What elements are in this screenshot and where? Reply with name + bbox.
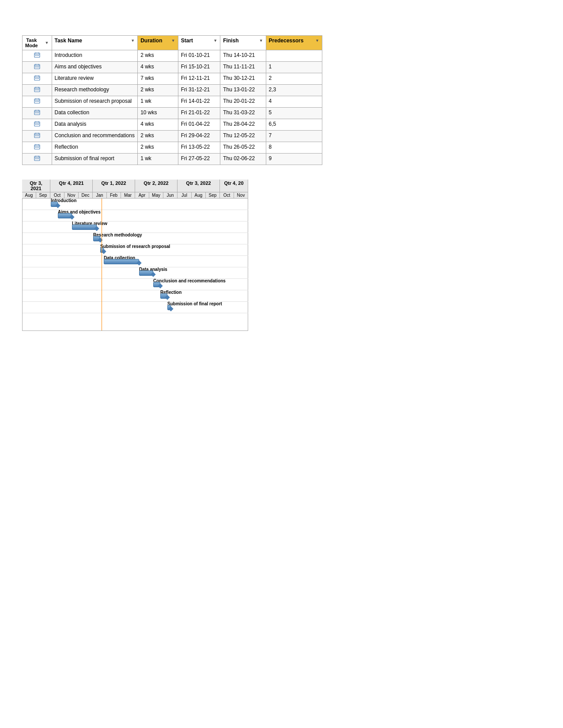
gantt-task-bar [104,259,139,264]
task-duration-cell: 4 wks [138,62,178,73]
month-cell: Nov [64,192,79,198]
task-finish-cell: Thu 26-05-22 [220,142,266,154]
today-line [102,199,102,330]
gantt-task-bar [72,225,97,230]
svg-rect-5 [37,55,38,56]
svg-rect-62 [38,147,39,148]
schedule-icon [34,75,40,81]
task-name-cell: Conclusion and recommendations [52,131,138,142]
task-finish-cell: Thu 30-12-21 [220,73,266,85]
task-finish-cell: Thu 11-11-21 [220,62,266,73]
month-cell: Oct [50,192,64,198]
month-cell: Jun [163,192,178,198]
task-mode-cell [23,85,52,96]
svg-rect-18 [35,78,36,79]
task-predecessors-cell: 6,5 [266,119,322,131]
schedule-icon [34,132,40,139]
task-start-cell: Fri 21-01-22 [178,108,220,119]
month-cell: Aug [192,192,206,198]
month-cell: Mar [121,192,135,198]
svg-rect-4 [35,55,36,56]
table-row: Research methodology2 wksFri 31-12-21Thu… [23,85,322,96]
svg-rect-19 [37,78,38,79]
svg-rect-48 [38,124,39,125]
gantt-table: TaskMode ▼ Task Name ▼ Duration ▼ [22,35,322,165]
quarter-cell: Qtr 3, 2021 [22,180,50,192]
gantt-task-row: Data collection [23,256,248,267]
gantt-task-row: Research methodology [23,233,248,244]
schedule-icon [34,144,40,150]
month-cell: Sep [36,192,50,198]
svg-rect-47 [37,124,38,125]
task-finish-cell: Thu 02-06-22 [220,154,266,165]
svg-rect-33 [37,101,38,102]
schedule-icon [34,155,40,161]
quarter-cell: Qtr 4, 20 [220,180,248,192]
month-cell: Dec [79,192,93,198]
task-mode-cell [23,131,52,142]
svg-rect-25 [35,90,36,90]
col-header-finish[interactable]: Finish ▼ [220,36,266,50]
table-row: Submission of final report1 wkFri 27-05-… [23,154,322,165]
task-name-cell: Introduction [52,50,138,62]
col-header-duration[interactable]: Duration ▼ [138,36,178,50]
gantt-months-row: AugSepOctNovDecJanFebMarAprMayJunJulAugS… [22,192,248,199]
schedule-icon [34,52,40,58]
col-header-task-mode[interactable]: TaskMode ▼ [23,36,52,50]
month-cell: Sep [206,192,220,198]
gantt-task-row: Submission of research proposal [23,244,248,256]
table-row: Data collection10 wksFri 21-01-22Thu 31-… [23,108,322,119]
col-header-predecessors[interactable]: Predecessors ▼ [266,36,322,50]
task-finish-cell: Thu 14-10-21 [220,50,266,62]
task-start-cell: Fri 12-11-21 [178,73,220,85]
task-name-cell: Literature review [52,73,138,85]
task-start-cell: Fri 14-01-22 [178,96,220,108]
task-name-cell: Reflection [52,142,138,154]
task-duration-cell: 1 wk [138,96,178,108]
task-duration-cell: 4 wks [138,119,178,131]
svg-rect-54 [37,135,38,136]
month-cell: Jan [93,192,107,198]
gantt-quarters-row: Qtr 3, 2021Qtr 4, 2021Qtr 1, 2022Qtr 2, … [22,180,248,192]
quarter-cell: Qtr 1, 2022 [93,180,135,192]
svg-rect-34 [38,101,39,102]
task-duration-cell: 2 wks [138,142,178,154]
task-mode-cell [23,73,52,85]
col-header-task-name-label: Task Name [55,38,82,44]
col-header-task-name[interactable]: Task Name ▼ [52,36,138,50]
task-start-cell: Fri 27-05-22 [178,154,220,165]
svg-rect-53 [35,135,36,136]
svg-rect-67 [35,158,36,159]
task-mode-cell [23,62,52,73]
gantt-chart-container: Qtr 3, 2021Qtr 4, 2021Qtr 1, 2022Qtr 2, … [22,180,248,331]
sort-icon-predecessors: ▼ [315,38,319,43]
svg-rect-27 [38,90,39,90]
task-finish-cell: Thu 13-01-22 [220,85,266,96]
gantt-task-label: Submission of research proposal [100,244,170,249]
col-header-predecessors-label: Predecessors [269,38,304,44]
task-duration-cell: 1 wk [138,154,178,165]
gantt-task-row: Literature review [23,221,248,233]
col-header-start[interactable]: Start ▼ [178,36,220,50]
svg-rect-12 [37,67,38,68]
sort-icon-finish: ▼ [259,38,263,43]
table-row: Submission of research proposal1 wkFri 1… [23,96,322,108]
month-cell: Aug [22,192,36,198]
svg-rect-41 [38,113,39,113]
task-mode-cell [23,108,52,119]
table-row: Aims and objectives4 wksFri 15-10-21Thu … [23,62,322,73]
task-finish-cell: Thu 28-04-22 [220,119,266,131]
task-predecessors-cell: 7 [266,131,322,142]
sort-icon-start: ▼ [213,38,217,43]
table-row: Reflection2 wksFri 13-05-22Thu 26-05-228 [23,142,322,154]
svg-rect-6 [38,55,39,56]
month-cell: Feb [107,192,121,198]
task-duration-cell: 2 wks [138,50,178,62]
svg-rect-46 [35,124,36,125]
task-duration-cell: 7 wks [138,73,178,85]
quarter-cell: Qtr 3, 2022 [178,180,220,192]
task-start-cell: Fri 31-12-21 [178,85,220,96]
gantt-task-row: Reflection [23,290,248,302]
svg-rect-68 [37,158,38,159]
quarter-cell: Qtr 2, 2022 [135,180,178,192]
